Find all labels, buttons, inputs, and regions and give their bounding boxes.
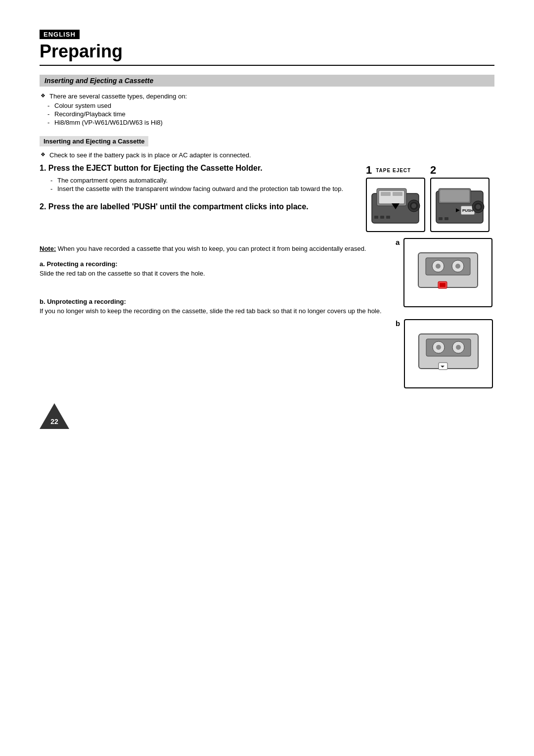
protect-image-a bbox=[403, 238, 492, 307]
svg-rect-7 bbox=[380, 216, 384, 219]
svg-point-22 bbox=[476, 204, 481, 209]
svg-point-34 bbox=[436, 345, 441, 350]
push-image-container: 2 PUSH bbox=[430, 164, 490, 232]
protect-b-section: b. Unprotecting a recording: If you no l… bbox=[40, 297, 386, 315]
dash-item-3: Hi8/8mm (VP-W61/W61D/W63 is Hi8) bbox=[54, 119, 494, 126]
protect-row: Note: When you have recorded a cassette … bbox=[40, 238, 494, 388]
tape-eject-image bbox=[366, 178, 425, 232]
step-2: 2. Press the are labelled 'PUSH' until t… bbox=[40, 202, 356, 211]
svg-rect-4 bbox=[393, 192, 402, 196]
svg-text:PUSH: PUSH bbox=[462, 208, 473, 213]
svg-rect-14 bbox=[440, 190, 469, 202]
push-image: PUSH bbox=[430, 178, 490, 232]
svg-rect-3 bbox=[381, 192, 391, 196]
image-a-row: a bbox=[396, 238, 494, 307]
image-pair-row: 1 TAPE EJECT bbox=[366, 164, 494, 232]
svg-point-36 bbox=[456, 345, 461, 350]
page-number-area: 22 bbox=[40, 403, 494, 429]
intro-bullet: There are several cassette types, depend… bbox=[49, 93, 494, 100]
protect-a-section: a. Protecting a recording: Slide the red… bbox=[40, 259, 386, 277]
side-images-col: a bbox=[396, 238, 494, 388]
svg-rect-8 bbox=[386, 216, 390, 219]
svg-point-28 bbox=[455, 264, 460, 269]
protect-text-col: Note: When you have recorded a cassette … bbox=[40, 238, 386, 388]
svg-rect-30 bbox=[440, 283, 445, 287]
check-bullet: Check to see if the battery pack is in p… bbox=[49, 151, 494, 159]
image-b-row: b bbox=[396, 319, 494, 388]
dash-item-2: Recording/Playback time bbox=[54, 110, 494, 118]
svg-rect-6 bbox=[374, 216, 378, 219]
note-section: Note: When you have recorded a cassette … bbox=[40, 245, 386, 252]
step-1: 1. Press the EJECT button for Ejecting t… bbox=[40, 164, 356, 173]
text-column: 1. Press the EJECT button for Ejecting t… bbox=[40, 164, 356, 232]
svg-point-11 bbox=[411, 203, 416, 208]
svg-point-26 bbox=[436, 264, 441, 269]
dash-item-1: Colour system used bbox=[54, 102, 494, 109]
svg-rect-18 bbox=[439, 217, 443, 220]
step1-dash1: The compartment opens automatically. Ins… bbox=[47, 177, 356, 192]
tape-eject-image-container: 1 TAPE EJECT bbox=[366, 164, 425, 232]
page-title: Preparing bbox=[40, 41, 494, 66]
images-column: 1 TAPE EJECT bbox=[366, 164, 494, 232]
section-header: Inserting and Ejecting a Cassette bbox=[40, 75, 494, 87]
svg-rect-19 bbox=[445, 217, 448, 220]
page-number-triangle: 22 bbox=[40, 403, 69, 429]
protect-image-b bbox=[404, 319, 493, 388]
language-badge: ENGLISH bbox=[40, 30, 494, 41]
subsection-header: Inserting and Ejecting a Cassette bbox=[40, 136, 494, 151]
